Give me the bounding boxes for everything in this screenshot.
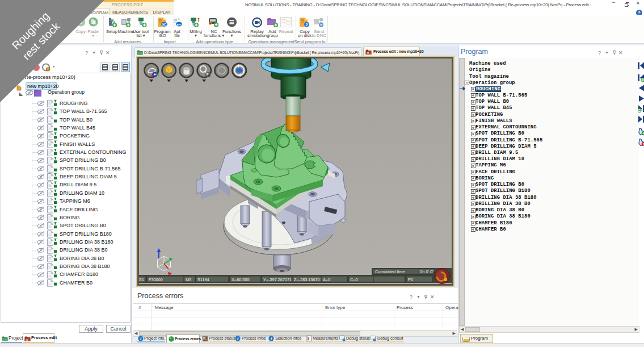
svg-text:F30000: F30000 (149, 277, 163, 282)
svg-text:A=0: A=0 (323, 277, 330, 282)
svg-text:APT: APT (176, 23, 182, 26)
svg-text:C=0: C=0 (350, 277, 358, 282)
svg-text:NC: NC (162, 23, 167, 26)
svg-text:2: 2 (306, 23, 308, 27)
svg-text:S1194: S1194 (197, 277, 209, 282)
svg-text:M3: M3 (186, 277, 191, 282)
svg-text:Y=-397.267171: Y=-397.267171 (263, 277, 292, 282)
svg-text:Z=-283.156701: Z=-283.156701 (294, 277, 322, 282)
svg-text:X=80.555: X=80.555 (231, 277, 249, 282)
svg-text:Cumulated time: Cumulated time (375, 269, 405, 274)
svg-text:G1: G1 (139, 277, 144, 282)
svg-text:P0: P0 (408, 277, 413, 282)
svg-text:0h 0' 0": 0h 0' 0" (420, 269, 434, 274)
